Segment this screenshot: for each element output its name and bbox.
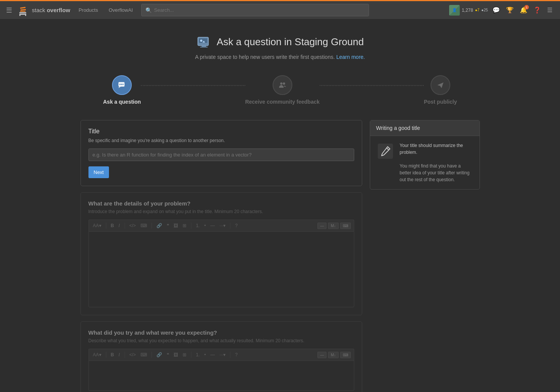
try-bold-btn[interactable]: B [110, 351, 115, 358]
step-feedback-circle [273, 75, 292, 95]
inbox-icon[interactable]: 💬 [491, 5, 502, 15]
step-post-circle [431, 75, 450, 95]
try-italic-btn[interactable]: I [117, 351, 121, 358]
title-card: Title Be specific and imagine you're ask… [80, 120, 362, 186]
code-block-btn[interactable]: ⌨ [139, 222, 148, 229]
try-toolbar-div-5 [230, 352, 230, 358]
problem-editor-area[interactable] [88, 231, 354, 307]
toolbar-div-3 [151, 223, 152, 229]
try-wysiwyg-btn[interactable]: — [317, 352, 327, 358]
font-size-btn[interactable]: AA▾ [92, 222, 103, 229]
keyboard-btn[interactable]: ⌨ [340, 223, 351, 229]
table-btn[interactable]: ⊞ [181, 222, 188, 229]
toolbar-div-2 [125, 223, 125, 229]
try-unordered-list-btn[interactable]: • [203, 351, 207, 358]
bold-btn[interactable]: B [110, 222, 115, 229]
sidebar-tip-body: You might find that you have a better id… [400, 163, 470, 182]
svg-rect-18 [378, 144, 393, 159]
toolbar-div-4 [191, 223, 191, 229]
svg-rect-10 [202, 46, 206, 47]
code-btn[interactable]: </> [128, 222, 137, 229]
problem-card: What are the details of your problem? In… [80, 192, 362, 315]
step-feedback-label: Receive community feedback [245, 99, 320, 105]
try-blockquote-btn[interactable]: ❝ [166, 351, 170, 358]
svg-point-14 [121, 84, 122, 85]
silver-badge: ●25 [481, 8, 488, 12]
site-logo[interactable]: stack overflow [18, 5, 70, 16]
logo-icon [18, 5, 30, 16]
pencil-icon [376, 142, 394, 160]
try-toolbar-div-2 [125, 352, 125, 358]
image-btn[interactable]: 🖼 [172, 222, 179, 229]
markdown-btn[interactable]: M↓ [328, 223, 338, 229]
step-connector-1 [141, 85, 245, 86]
try-help-formatting-btn[interactable]: ? [234, 351, 239, 358]
try-code-btn[interactable]: </> [128, 351, 137, 358]
more-formatting-btn[interactable]: ···▾ [218, 222, 227, 229]
problem-heading: What are the details of your problem? [88, 200, 354, 207]
try-markdown-btn[interactable]: M↓ [328, 352, 338, 358]
ordered-list-btn[interactable]: 1. [195, 222, 201, 229]
search-input[interactable] [154, 7, 365, 13]
blockquote-btn[interactable]: ❝ [166, 222, 170, 229]
svg-point-9 [200, 40, 202, 42]
step-post: Post publicly [424, 75, 457, 105]
problem-editor-toolbar: AA▾ B I </> ⌨ 🔗 ❝ 🖼 ⊞ 1. • — ···▾ [88, 220, 354, 231]
italic-btn[interactable]: I [117, 222, 121, 229]
notifications-icon[interactable]: 🔔 1 [518, 5, 529, 15]
horizontal-rule-btn[interactable]: — [209, 222, 216, 229]
try-toolbar-div-1 [106, 352, 106, 358]
learn-more-link[interactable]: Learn more. [336, 54, 365, 60]
try-more-formatting-btn[interactable]: ···▾ [218, 351, 227, 358]
toolbar-right: — M↓ ⌨ [317, 223, 350, 229]
link-btn[interactable]: 🔗 [155, 222, 163, 229]
try-code-block-btn[interactable]: ⌨ [139, 351, 148, 358]
navbar-right: 👤 1,278 ●7 ●25 💬 🏆 🔔 1 ❓ ☰ [449, 5, 554, 16]
sidebar-card: Writing a good title Your title should s… [370, 120, 480, 190]
try-image-btn[interactable]: 🖼 [172, 351, 179, 358]
svg-point-16 [280, 82, 282, 85]
svg-rect-3 [21, 9, 26, 11]
title-hint: Be specific and imagine you're asking a … [88, 138, 354, 143]
hamburger-menu[interactable]: ☰ [6, 6, 12, 14]
user-avatar-info[interactable]: 👤 1,278 ●7 ●25 [449, 5, 488, 16]
svg-rect-4 [20, 11, 25, 12]
try-keyboard-btn[interactable]: ⌨ [340, 352, 351, 358]
page-title-block: Ask a question in Staging Ground [80, 34, 480, 49]
try-horizontal-rule-btn[interactable]: — [209, 351, 216, 358]
help-formatting-btn[interactable]: ? [234, 222, 239, 229]
products-link[interactable]: Products [76, 6, 100, 14]
help-icon[interactable]: ❓ [532, 5, 543, 15]
title-input[interactable] [88, 149, 354, 161]
try-table-btn[interactable]: ⊞ [181, 351, 188, 358]
page-subtitle: A private space to help new users write … [80, 54, 480, 60]
try-editor-toolbar: AA▾ B I </> ⌨ 🔗 ❝ 🖼 ⊞ 1. • — ···▾ [88, 349, 354, 360]
step-feedback: Receive community feedback [245, 75, 320, 105]
try-font-size-btn[interactable]: AA▾ [92, 351, 103, 358]
main-heading: Ask a question in Staging Ground [217, 36, 364, 48]
step-ask: Ask a question [103, 75, 141, 105]
svg-rect-5 [19, 14, 21, 16]
achievements-icon[interactable]: 🏆 [505, 5, 515, 15]
sidebar-card-header: Writing a good title [370, 120, 480, 136]
svg-rect-11 [200, 47, 208, 47]
wysiwyg-btn[interactable]: — [317, 223, 327, 229]
steps-container: Ask a question Receive community feedbac… [80, 75, 480, 105]
next-button[interactable]: Next [88, 166, 109, 178]
overflowai-link[interactable]: OverflowAI [106, 6, 135, 14]
toolbar-div-1 [106, 223, 106, 229]
try-toolbar-div-3 [151, 352, 152, 358]
form-sidebar: Writing a good title Your title should s… [370, 120, 480, 190]
search-icon: 🔍 [145, 7, 152, 13]
try-editor-area[interactable] [88, 360, 354, 391]
try-link-btn[interactable]: 🔗 [155, 351, 163, 358]
try-ordered-list-btn[interactable]: 1. [195, 351, 201, 358]
unordered-list-btn[interactable]: • [203, 222, 207, 229]
reputation-score: 1,278 [462, 8, 473, 13]
try-card: What did you try and what were you expec… [80, 321, 362, 392]
problem-hint: Introduce the problem and expand on what… [88, 209, 354, 214]
more-icon[interactable]: ☰ [546, 5, 554, 15]
toolbar-div-5 [230, 223, 230, 229]
sidebar-tip-strong: Your title should summarize the problem. [400, 143, 463, 155]
step-connector-2 [320, 85, 424, 86]
